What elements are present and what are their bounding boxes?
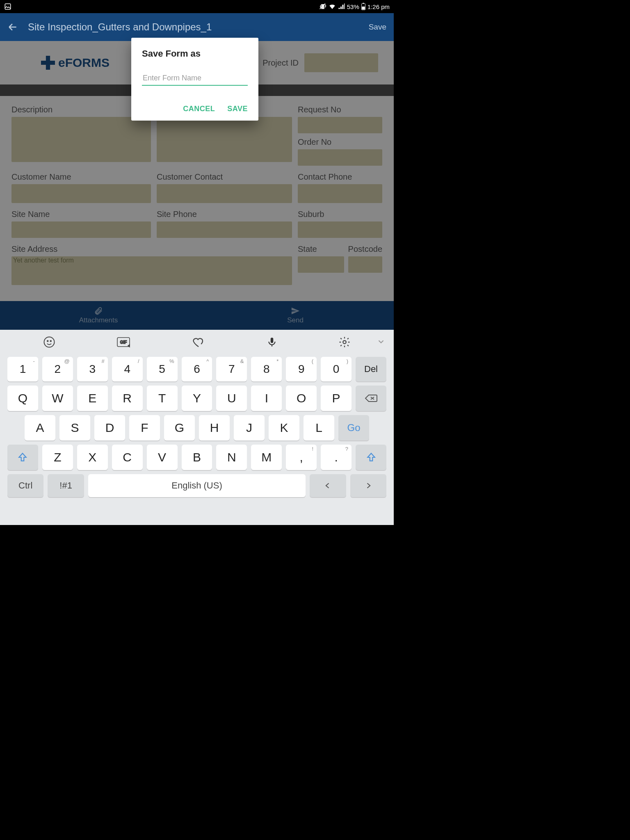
gif-icon[interactable]: GIF xyxy=(116,336,130,348)
key-1[interactable]: 1‑ xyxy=(7,357,38,381)
site-address-label: Site Address xyxy=(11,244,292,254)
key-4[interactable]: 4/ xyxy=(112,357,143,381)
key-left[interactable] xyxy=(310,474,346,497)
key-A[interactable]: A xyxy=(25,415,55,441)
key-9[interactable]: 9( xyxy=(286,357,317,381)
attachments-button[interactable]: Attachments xyxy=(0,301,197,330)
order-no-label: Order No xyxy=(298,137,382,147)
form-name-input[interactable] xyxy=(142,71,248,86)
key-H[interactable]: H xyxy=(199,415,230,441)
key-P[interactable]: P xyxy=(321,386,352,411)
key-8[interactable]: 8* xyxy=(251,357,282,381)
battery-icon xyxy=(361,3,366,10)
key-L[interactable]: L xyxy=(304,415,334,441)
gear-icon[interactable] xyxy=(338,336,351,348)
postcode-label: Postcode xyxy=(348,244,382,254)
vibrate-icon xyxy=(319,3,326,10)
key-S[interactable]: S xyxy=(59,415,90,441)
logo-text: eFORMS xyxy=(58,56,110,70)
key-I[interactable]: I xyxy=(251,386,282,411)
key-G[interactable]: G xyxy=(164,415,195,441)
state-label: State xyxy=(298,244,344,254)
contact-phone-field[interactable] xyxy=(298,184,382,203)
key-X[interactable]: X xyxy=(77,445,108,470)
key-period[interactable]: .? xyxy=(321,445,352,470)
key-right[interactable] xyxy=(350,474,386,497)
cancel-button[interactable]: CANCEL xyxy=(183,105,215,113)
request-no-field[interactable] xyxy=(298,117,382,133)
key-backspace[interactable] xyxy=(356,386,386,411)
customer-contact-field[interactable] xyxy=(157,184,292,203)
description-field[interactable] xyxy=(11,117,151,162)
key-B[interactable]: B xyxy=(182,445,212,470)
key-go[interactable]: Go xyxy=(338,415,369,441)
key-symbols[interactable]: !#1 xyxy=(48,474,84,497)
key-Q[interactable]: Q xyxy=(7,386,38,411)
key-E[interactable]: E xyxy=(77,386,108,411)
wifi-icon xyxy=(328,3,336,10)
site-name-field[interactable] xyxy=(11,221,151,238)
key-2[interactable]: 2@ xyxy=(42,357,73,381)
key-comma[interactable]: ,! xyxy=(286,445,317,470)
key-shift-left[interactable] xyxy=(7,445,38,470)
key-O[interactable]: O xyxy=(286,386,317,411)
site-phone-field[interactable] xyxy=(157,221,292,238)
heart-icon[interactable] xyxy=(192,336,205,348)
keyboard-row-1: 1‑2@3#4/5%6^7&8*9(0)Del xyxy=(7,357,386,381)
suburb-field[interactable] xyxy=(298,221,382,238)
key-shift-right[interactable] xyxy=(356,445,386,470)
project-id-field[interactable] xyxy=(304,53,378,72)
suburb-label: Suburb xyxy=(298,210,382,219)
svg-point-6 xyxy=(47,340,48,342)
emoji-icon[interactable] xyxy=(43,336,55,348)
site-address-value: Yet another test form xyxy=(13,257,74,264)
key-del[interactable]: Del xyxy=(356,357,386,381)
key-ctrl[interactable]: Ctrl xyxy=(7,474,43,497)
state-field[interactable] xyxy=(298,256,344,273)
key-U[interactable]: U xyxy=(216,386,247,411)
order-no-field[interactable] xyxy=(298,149,382,166)
key-D[interactable]: D xyxy=(94,415,125,441)
save-form-dialog: Save Form as CANCEL SAVE xyxy=(131,38,258,121)
key-F[interactable]: F xyxy=(129,415,160,441)
dialog-save-button[interactable]: SAVE xyxy=(227,105,248,113)
site-name-label: Site Name xyxy=(11,210,151,219)
save-button[interactable]: Save xyxy=(369,23,386,32)
key-Y[interactable]: Y xyxy=(182,386,212,411)
back-icon[interactable] xyxy=(7,22,18,32)
key-7[interactable]: 7& xyxy=(216,357,247,381)
key-0[interactable]: 0) xyxy=(321,357,352,381)
chevron-down-icon[interactable] xyxy=(377,337,386,346)
key-5[interactable]: 5% xyxy=(147,357,178,381)
key-T[interactable]: T xyxy=(147,386,178,411)
key-C[interactable]: C xyxy=(112,445,143,470)
customer-name-label: Customer Name xyxy=(11,172,151,182)
mic-icon[interactable] xyxy=(267,336,277,349)
key-space[interactable]: English (US) xyxy=(88,474,306,497)
send-label: Send xyxy=(287,316,304,324)
key-6[interactable]: 6^ xyxy=(182,357,212,381)
key-J[interactable]: J xyxy=(234,415,265,441)
key-3[interactable]: 3# xyxy=(77,357,108,381)
app-bar: Site Inspection_Gutters and Downpipes_1 … xyxy=(0,13,394,41)
key-Z[interactable]: Z xyxy=(42,445,73,470)
soft-keyboard: GIF 1‑2@3#4/5%6^7&8*9(0)Del QWERTYUIOP A… xyxy=(0,330,394,525)
key-W[interactable]: W xyxy=(42,386,73,411)
key-R[interactable]: R xyxy=(112,386,143,411)
keyboard-row-5: Ctrl!#1English (US) xyxy=(7,474,386,497)
key-V[interactable]: V xyxy=(147,445,178,470)
key-N[interactable]: N xyxy=(216,445,247,470)
secondary-field[interactable] xyxy=(157,117,292,162)
svg-point-7 xyxy=(50,340,51,342)
send-button[interactable]: Send xyxy=(197,301,394,330)
svg-rect-10 xyxy=(271,338,274,343)
description-label: Description xyxy=(11,105,151,114)
svg-rect-0 xyxy=(5,4,11,9)
key-K[interactable]: K xyxy=(269,415,299,441)
postcode-field[interactable] xyxy=(348,256,382,273)
svg-text:GIF: GIF xyxy=(120,340,127,345)
keyboard-row-2: QWERTYUIOP xyxy=(7,386,386,411)
svg-rect-3 xyxy=(363,3,364,4)
key-M[interactable]: M xyxy=(251,445,282,470)
customer-name-field[interactable] xyxy=(11,184,151,203)
